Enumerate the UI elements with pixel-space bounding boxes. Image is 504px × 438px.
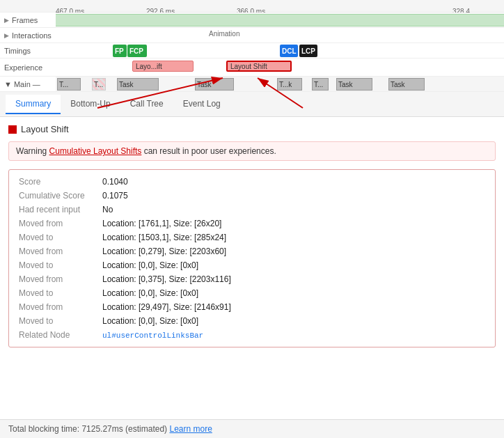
warning-prefix: Warning: [16, 146, 47, 156]
frames-label-text: Frames: [12, 16, 38, 24]
detail-value-moved-to-4: Location: [0,0], Size: [0x0]: [102, 316, 198, 326]
detail-label-related-node: Related Node: [19, 330, 102, 340]
detail-cumulative-score: Cumulative Score 0.1075: [19, 191, 485, 201]
detail-value-moved-from-4: Location: [29,497], Size: [2146x91]: [102, 302, 231, 312]
timings-label: Timings: [0, 47, 56, 55]
detail-value-moved-to-1: Location: [1503,1], Size: [285x24]: [102, 233, 226, 242]
tasks-content: T... T... Task Task T...k T... Task Task: [56, 77, 504, 91]
interactions-label-text: Interactions: [12, 31, 52, 40]
detail-label-moved-from-1: Moved from: [19, 219, 102, 228]
section-title-text: Layout Shift: [21, 124, 69, 134]
frames-row: ▶ Frames: [0, 13, 504, 28]
detail-label-moved-from-3: Moved from: [19, 274, 102, 284]
frames-content: [56, 13, 504, 27]
detail-value-recent-input: No: [102, 205, 113, 214]
content-area: Layout Shift Warning Cumulative Layout S…: [0, 117, 504, 354]
detail-moved-from-4: Moved from Location: [29,497], Size: [21…: [19, 302, 485, 312]
fcp-marker: FCP: [127, 45, 147, 57]
detail-label-recent-input: Had recent input: [19, 205, 102, 214]
detail-related-node: Related Node ul#userControlLinksBar: [19, 330, 485, 340]
experience-content: Layo...ift Layout Shift: [56, 58, 504, 76]
tab-summary[interactable]: Summary: [6, 95, 61, 114]
timings-row: Timings FP FCP DCL LCP: [0, 43, 504, 58]
experience-label-text: Experience: [4, 63, 42, 72]
detail-label-moved-to-4: Moved to: [19, 316, 102, 326]
task-block-4[interactable]: Task: [195, 78, 234, 91]
interactions-content: Animation: [56, 28, 504, 42]
timings-content: FP FCP DCL LCP: [56, 43, 504, 58]
tab-event-log[interactable]: Event Log: [173, 95, 230, 114]
detail-value-score: 0.1040: [102, 177, 128, 187]
task-block-8[interactable]: Task: [388, 78, 425, 91]
frames-label: ▶ Frames: [0, 16, 56, 24]
detail-value-cumulative-score: 0.1075: [102, 191, 128, 201]
task-block-6[interactable]: T...: [312, 78, 329, 91]
detail-value-moved-to-3: Location: [0,0], Size: [0x0]: [102, 288, 198, 298]
cumulative-layout-shifts-link[interactable]: Cumulative Layout Shifts: [49, 146, 142, 156]
task-block-2[interactable]: T...: [92, 78, 106, 91]
detail-moved-to-4: Moved to Location: [0,0], Size: [0x0]: [19, 316, 485, 326]
detail-score: Score 0.1040: [19, 177, 485, 187]
ruler-row: 467.0 ms 292.6 ms 366.0 ms 328.4: [0, 0, 504, 13]
layout-shift-block-1[interactable]: Layo...ift: [132, 61, 194, 72]
animation-label: Animation: [209, 30, 239, 38]
detail-label-moved-from-4: Moved from: [19, 302, 102, 312]
tabs-bar: Summary Bottom-Up Call Tree Event Log: [0, 92, 504, 117]
main-tasks-row: ▼ Main — T... T... Task Task T...k T... …: [0, 77, 504, 92]
task-block-1[interactable]: T...: [57, 78, 81, 91]
detail-moved-from-1: Moved from Location: [1761,1], Size: [26…: [19, 219, 485, 228]
frames-triangle: ▶: [4, 17, 9, 24]
dcl-marker: DCL: [280, 45, 298, 57]
detail-label-moved-to-3: Moved to: [19, 288, 102, 298]
layout-shift-block-selected[interactable]: Layout Shift: [226, 61, 292, 72]
detail-recent-input: Had recent input No: [19, 205, 485, 214]
experience-label: Experience: [0, 63, 56, 72]
detail-value-moved-from-2: Location: [0,279], Size: [2203x60]: [102, 247, 226, 256]
task-block-3[interactable]: Task: [117, 78, 159, 91]
task-block-7[interactable]: Task: [336, 78, 372, 91]
interactions-label: ▶ Interactions: [0, 31, 56, 40]
detail-moved-to-1: Moved to Location: [1503,1], Size: [285x…: [19, 233, 485, 242]
task-block-5[interactable]: T...k: [277, 78, 302, 91]
frame-bar: [56, 14, 504, 26]
experience-row: Experience Layo...ift Layout Shift: [0, 58, 504, 77]
fp-marker: FP: [113, 45, 127, 57]
tab-bottom-up[interactable]: Bottom-Up: [61, 95, 120, 114]
lcp-marker: LCP: [299, 45, 317, 57]
warning-box: Warning Cumulative Layout Shifts can res…: [8, 141, 496, 161]
main-label: ▼ Main —: [0, 80, 56, 88]
detail-moved-from-3: Moved from Location: [0,375], Size: [220…: [19, 274, 485, 284]
detail-label-score: Score: [19, 177, 102, 187]
detail-value-related-node[interactable]: ul#userControlLinksBar: [102, 331, 203, 340]
warning-suffix: can result in poor user experiences.: [144, 146, 276, 156]
details-box: Score 0.1040 Cumulative Score 0.1075 Had…: [8, 169, 496, 347]
tab-call-tree[interactable]: Call Tree: [120, 95, 173, 114]
detail-label-cumulative-score: Cumulative Score: [19, 191, 102, 201]
main-label-text: ▼ Main —: [4, 80, 40, 88]
interactions-triangle: ▶: [4, 32, 9, 39]
interactions-row: ▶ Interactions Animation: [0, 28, 504, 43]
detail-value-moved-to-2: Location: [0,0], Size: [0x0]: [102, 260, 198, 270]
detail-moved-from-2: Moved from Location: [0,279], Size: [220…: [19, 247, 485, 256]
section-title: Layout Shift: [8, 124, 496, 134]
detail-label-moved-to-2: Moved to: [19, 260, 102, 270]
detail-value-moved-from-3: Location: [0,375], Size: [2203x116]: [102, 274, 231, 284]
timings-label-text: Timings: [4, 47, 31, 55]
detail-label-moved-from-2: Moved from: [19, 247, 102, 256]
detail-label-moved-to-1: Moved to: [19, 233, 102, 242]
detail-moved-to-2: Moved to Location: [0,0], Size: [0x0]: [19, 260, 485, 270]
timeline-section: 467.0 ms 292.6 ms 366.0 ms 328.4 ▶ Frame…: [0, 0, 504, 92]
detail-value-moved-from-1: Location: [1761,1], Size: [26x20]: [102, 219, 221, 228]
layout-shift-icon: [8, 125, 17, 134]
detail-moved-to-3: Moved to Location: [0,0], Size: [0x0]: [19, 288, 485, 298]
